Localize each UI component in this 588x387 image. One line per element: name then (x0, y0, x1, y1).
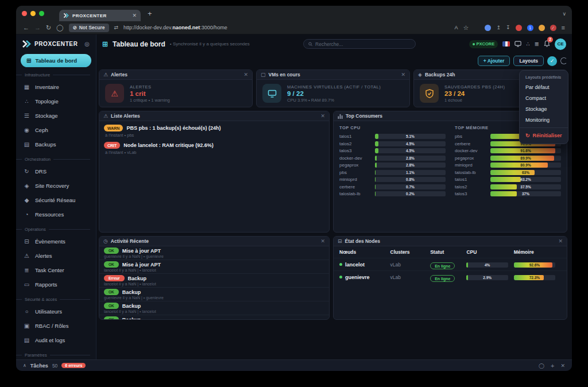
node-memory-cell: 72.3% (514, 272, 561, 282)
share-nodes-icon[interactable]: ∴ (526, 41, 529, 47)
tab-list-chevron-icon[interactable]: ∨ (562, 11, 566, 17)
expand-chevron-icon[interactable]: ∧ (23, 363, 26, 368)
shield-icon[interactable]: ◯ (56, 25, 63, 31)
security-badge[interactable]: ⊘ Not Secure (69, 24, 109, 32)
target-icon[interactable]: ◎ (84, 41, 90, 47)
reload-icon[interactable]: ↻ (46, 25, 51, 31)
menu-item-reinitialiser[interactable]: ↻ Réinitialiser (520, 130, 568, 141)
close-icon[interactable]: ✕ (243, 72, 248, 78)
refresh-spinner-icon[interactable] (560, 57, 567, 64)
sidebar-item-label: Audit et logs (35, 337, 65, 343)
consumer-name: talos2 (455, 184, 487, 189)
monitor-icon: ▢ (261, 72, 266, 78)
window-controls (22, 11, 44, 16)
forward-icon[interactable]: → (34, 25, 41, 31)
menu-item-monitoring[interactable]: Monitoring (520, 114, 568, 125)
sidebar-item-rbac-r-les[interactable]: ▣RBAC / Rôles (16, 319, 96, 333)
sidebar-item-ceph[interactable]: ◉Ceph (16, 123, 96, 137)
sidebar-item-inventaire[interactable]: ▦Inventaire (16, 80, 96, 94)
sidebar-item-site-recovery[interactable]: ◈Site Recovery (16, 179, 96, 193)
consumer-row: docker-dev2.8% (339, 156, 446, 161)
proxcenter-logo-icon (22, 40, 31, 48)
search-input[interactable] (315, 41, 411, 47)
proxcenter-app: PROXCENTER ◎ ⊞ Tableau de bord Infrastru… (16, 34, 572, 371)
menu-item-stockage[interactable]: Stockage (520, 103, 568, 114)
close-icon[interactable]: ✕ (558, 238, 563, 244)
consumer-bar-value: 37.5% (490, 184, 561, 189)
alert-meta: à l'instant • pbs (105, 133, 324, 138)
tasks-bar[interactable]: ∧ Tâches 50 6 erreurs ◯ + ✕ (16, 359, 572, 371)
storage-icon: ☰ (24, 113, 30, 119)
extension-red-icon[interactable] (516, 25, 522, 31)
consumer-bar-track: 4.5% (375, 141, 446, 146)
tasks-refresh-icon[interactable]: ◯ (539, 363, 544, 369)
layouts-button[interactable]: Layouts (513, 56, 544, 66)
sidebar-item-backups[interactable]: ▤Backups (16, 137, 96, 152)
sidebar-item-s-curit-r-seau[interactable]: ◆Sécurité Réseau (16, 193, 96, 207)
tab-title: PROXCENTER (72, 13, 129, 18)
add-widget-button[interactable]: + Ajouter (478, 56, 510, 66)
alerts-list-panel: ⚠ Liste Alertes ✕ WARNPBS pbs : 1 backup… (99, 111, 330, 233)
sidebar-item-ressources[interactable]: ◔Ressources (16, 207, 96, 222)
monitor-icon[interactable] (514, 41, 521, 47)
tab-close-icon[interactable]: ✕ (132, 13, 137, 18)
sidebar-item--v-nements[interactable]: ⊟Évènements (16, 234, 96, 249)
consumer-row: talos15.1% (339, 134, 446, 139)
sidebar-item-label: Ceph (35, 127, 48, 133)
consumer-row: pegaprox89.9% (455, 156, 561, 161)
sidebar-item-utilisateurs[interactable]: ○Utilisateurs (16, 304, 96, 319)
node-row[interactable]: guenievrevLabEn ligne2.9%72.3% (334, 270, 567, 283)
window-close-button[interactable] (22, 11, 27, 16)
sidebar-item-alertes[interactable]: ⚠Alertes (16, 249, 96, 263)
node-bar-track: 2.9% (466, 275, 508, 280)
extension-avatar-icon[interactable] (539, 25, 545, 31)
site-settings-icon[interactable]: ⇄ (114, 25, 119, 30)
sidebar-item-topologie[interactable]: ∴Topologie (16, 94, 96, 109)
consumer-name: talos1 (455, 177, 487, 182)
consumer-bar-track: 2.8% (375, 162, 446, 168)
activity-status-badge: OK (104, 316, 119, 319)
menu-item-par-d-faut[interactable]: Par défaut (520, 82, 568, 92)
consumer-bar-track: 0.8% (375, 177, 446, 182)
confirm-layout-button[interactable]: ✓ (547, 56, 557, 66)
close-icon[interactable]: ✕ (320, 113, 325, 119)
user-avatar[interactable]: CE (555, 38, 566, 50)
search-box[interactable] (303, 39, 416, 49)
download-icon[interactable]: ↧ (506, 25, 510, 30)
sidebar-item-label: Alertes (35, 253, 52, 259)
extension-blocker-icon[interactable]: ∕ (550, 25, 556, 31)
menu-hamburger-icon[interactable]: ≡ (562, 25, 565, 31)
close-icon[interactable]: ✕ (320, 238, 325, 244)
tasks-close-icon[interactable]: ✕ (560, 363, 565, 369)
url-text[interactable]: http://docker-dev.dev.naoned.net:3000/ho… (123, 25, 227, 30)
menu-item-compact[interactable]: Compact (520, 92, 568, 103)
browser-tab[interactable]: PROXCENTER ✕ (59, 10, 141, 21)
sidebar-item-drs[interactable]: ↻DRS (16, 164, 96, 179)
back-icon[interactable]: ← (23, 25, 29, 31)
tasks-add-icon[interactable]: + (551, 362, 554, 369)
sidebar-item-rapports[interactable]: ▭Rapports (16, 277, 96, 292)
share-icon[interactable]: ↥ (496, 25, 501, 30)
notifications-bell[interactable]: 2 (544, 39, 550, 49)
window-zoom-button[interactable] (39, 11, 44, 16)
bookmark-star-icon[interactable]: ☆ (463, 25, 469, 31)
site-recovery-icon: ◈ (24, 183, 30, 189)
sidebar-section: Orchestration↻DRS◈Site Recovery◆Sécurité… (16, 157, 96, 222)
consumer-name: docker-dev (455, 148, 487, 153)
translate-icon[interactable]: A (455, 25, 458, 30)
sidebar-item-stockage[interactable]: ☰Stockage (16, 109, 96, 123)
extension-1password-icon[interactable]: 1 (527, 25, 533, 31)
close-icon[interactable]: ✕ (401, 72, 405, 78)
consumer-bar-value: 80.9% (490, 162, 561, 168)
new-tab-button[interactable]: + (148, 9, 152, 18)
sidebar-item-task-center[interactable]: ≣Task Center (16, 263, 96, 277)
node-row[interactable]: lancelotvLabEn ligne4%92.6% (334, 258, 567, 270)
sidebar-item-audit-et-logs[interactable]: ▤Audit et logs (16, 333, 96, 347)
sidebar-item-tableau-de-bord[interactable]: ⊞ Tableau de bord (21, 54, 91, 67)
extension-globe-icon[interactable] (485, 25, 491, 31)
language-flag-icon[interactable] (502, 41, 510, 47)
window-minimize-button[interactable] (30, 11, 36, 16)
activity-status-badge: Erreur (104, 275, 125, 281)
task-list-icon[interactable]: ≣ (535, 41, 539, 47)
consumer-name: pegaprox (339, 162, 372, 168)
